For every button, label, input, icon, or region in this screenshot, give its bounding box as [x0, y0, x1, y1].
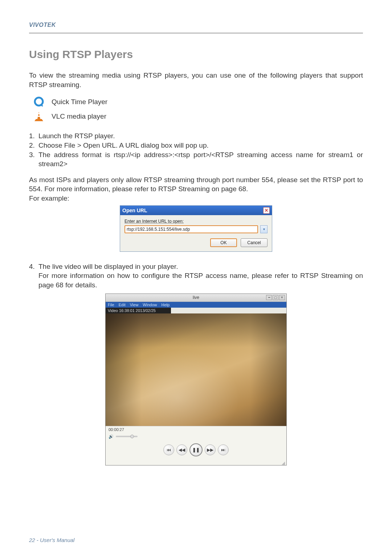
dialog-close-button[interactable]: ✕: [263, 207, 270, 214]
player-quicktime: Quick Time Player: [33, 96, 363, 108]
for-example-label: For example:: [29, 194, 363, 203]
dialog-titlebar: Open URL ✕: [120, 206, 272, 215]
svg-rect-3: [37, 116, 40, 117]
supported-players-list: Quick Time Player VLC media player: [33, 96, 363, 123]
player-vlc: VLC media player: [33, 110, 363, 123]
skip-forward-button[interactable]: ⏭: [218, 444, 229, 455]
forward-button[interactable]: ▶▶: [205, 444, 216, 455]
close-icon: ✕: [281, 296, 283, 299]
volume-icon: 🔊: [109, 434, 114, 439]
dialog-title: Open URL: [122, 208, 147, 213]
menu-view[interactable]: View: [130, 303, 139, 307]
menu-help[interactable]: Help: [161, 303, 170, 307]
step-4-details: For more information on how to configure…: [29, 271, 363, 290]
skip-back-icon: ⏮: [167, 447, 171, 452]
player-title: live: [193, 295, 199, 300]
player-time-display: 00:00:27: [106, 426, 286, 433]
section-title: Using RTSP Players: [29, 48, 363, 61]
step-1: 1. Launch the RTSP player.: [29, 131, 363, 141]
svg-rect-2: [38, 113, 40, 114]
volume-slider[interactable]: [116, 436, 138, 437]
dialog-ok-button[interactable]: OK: [210, 238, 237, 247]
step-2: 2. Choose File > Open URL. A URL dialog …: [29, 141, 363, 150]
player-quicktime-label: Quick Time Player: [52, 97, 107, 107]
page-footer: 22 - User's Manual: [29, 537, 74, 543]
play-pause-button[interactable]: ❚❚: [189, 443, 203, 456]
video-frame: [106, 313, 286, 426]
player-volume-row: 🔊: [106, 433, 286, 440]
header-divider: [29, 33, 363, 34]
menu-edit[interactable]: Edit: [119, 303, 126, 307]
menu-window[interactable]: Window: [143, 303, 157, 307]
chevron-down-icon: ▾: [263, 227, 265, 231]
resize-grip-icon[interactable]: ◢: [106, 461, 286, 465]
maximize-icon: ▢: [274, 296, 277, 299]
close-icon: ✕: [265, 208, 268, 213]
open-url-dialog: Open URL ✕ Enter an Internet URL to open…: [120, 205, 272, 252]
dialog-cancel-button[interactable]: Cancel: [241, 238, 268, 247]
minimize-icon: ━: [268, 296, 270, 299]
svg-marker-4: [34, 119, 43, 121]
player-menubar: File Edit View Window Help: [106, 302, 286, 308]
svg-marker-1: [37, 112, 40, 119]
player-close-button[interactable]: ✕: [279, 295, 285, 300]
rewind-button[interactable]: ◀◀: [176, 444, 187, 455]
player-vlc-label: VLC media player: [52, 112, 106, 121]
menu-file[interactable]: File: [108, 303, 114, 307]
player-maximize-button[interactable]: ▢: [273, 295, 278, 300]
instruction-steps: 1. Launch the RTSP player. 2. Choose Fil…: [29, 131, 363, 169]
video-timestamp-overlay: Video 16:38:01 2013/02/25: [106, 308, 171, 313]
pause-icon: ❚❚: [192, 447, 200, 452]
skip-forward-icon: ⏭: [221, 447, 225, 452]
player-controls: ⏮ ◀◀ ❚❚ ▶▶ ⏭: [106, 440, 286, 461]
dialog-url-input[interactable]: rtsp://192.168.5.151:554/live.sdp: [124, 225, 258, 233]
forward-icon: ▶▶: [207, 447, 213, 452]
intro-paragraph: To view the streaming media using RTSP p…: [29, 71, 363, 89]
port-note: As most ISPs and players only allow RTSP…: [29, 175, 363, 194]
step-4: 4. The live video will be displayed in y…: [29, 262, 363, 271]
player-minimize-button[interactable]: ━: [266, 295, 272, 300]
volume-slider-thumb[interactable]: [130, 435, 134, 438]
quicktime-icon: [33, 96, 45, 108]
rewind-icon: ◀◀: [179, 447, 185, 452]
brand-header: VIVOTEK: [29, 22, 363, 28]
dialog-url-dropdown[interactable]: ▾: [260, 225, 268, 233]
player-titlebar: live ━ ▢ ✕: [106, 294, 286, 302]
media-player-window: live ━ ▢ ✕ File Edit View Window Help Vi…: [105, 294, 287, 465]
vlc-icon: [33, 110, 45, 123]
step-3: 3. The address format is rtsp://<ip addr…: [29, 150, 363, 169]
skip-back-button[interactable]: ⏮: [163, 444, 174, 455]
dialog-url-label: Enter an Internet URL to open:: [124, 219, 268, 224]
